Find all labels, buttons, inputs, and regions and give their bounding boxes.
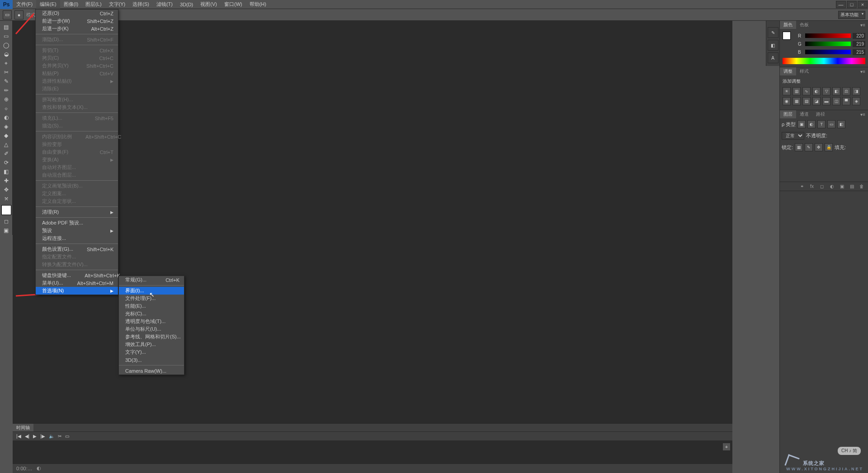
menu-item[interactable]: 清理(R)▶	[36, 208, 118, 216]
history-brush-tool[interactable]: ⟐	[1, 104, 12, 113]
adj-threshold-icon[interactable]: ◫	[832, 97, 840, 105]
delete-layer-icon[interactable]: 🗑	[858, 183, 865, 190]
menu-item[interactable]: 首选项(N)▶	[36, 287, 118, 295]
shape-tool[interactable]: ✚	[1, 176, 12, 185]
panel-menu-icon[interactable]: ▾≡	[858, 69, 868, 74]
color-ramp[interactable]	[783, 58, 865, 64]
lasso-tool[interactable]: ◯	[1, 41, 12, 50]
menu-item[interactable]: Adobe PDF 预设...	[36, 219, 118, 227]
new-group-icon[interactable]: ▣	[838, 183, 845, 190]
menu-3d[interactable]: 3D(D)	[176, 0, 197, 9]
menu-item[interactable]: 远程连接...	[36, 234, 118, 242]
quick-select-tool[interactable]: ◒	[1, 50, 12, 59]
menu-item[interactable]: 性能(E)...	[119, 302, 184, 310]
fg-bg-swatch[interactable]	[783, 32, 794, 43]
b-slider[interactable]	[805, 50, 851, 54]
adj-brightness-icon[interactable]: ☀	[783, 87, 791, 95]
new-fill-icon[interactable]: ◐	[828, 183, 835, 190]
tool-preset-icon[interactable]: ▭	[3, 10, 12, 19]
menu-filter[interactable]: 滤镜(T)	[153, 0, 176, 9]
filter-pixel-icon[interactable]: ▣	[797, 120, 806, 128]
menu-item[interactable]: 菜单(U)...Alt+Shift+Ctrl+M	[36, 279, 118, 287]
dock-properties-icon[interactable]: ◧	[768, 40, 778, 51]
eraser-tool[interactable]: ◐	[1, 113, 12, 122]
adj-exposure-icon[interactable]: ◐	[812, 87, 821, 95]
cut-icon[interactable]: ✂	[58, 434, 61, 439]
marquee-tool[interactable]: ▭	[1, 32, 12, 41]
dock-character-icon[interactable]: A	[768, 52, 778, 63]
menu-item[interactable]: 3D(3)...	[119, 356, 184, 364]
play-icon[interactable]: ▶	[33, 434, 37, 439]
menu-item[interactable]: 键盘快捷键...Alt+Shift+Ctrl+K	[36, 272, 118, 279]
panel-menu-icon[interactable]: ▾≡	[858, 23, 868, 28]
tab-channels[interactable]: 通道	[796, 110, 812, 118]
menu-view[interactable]: 视图(V)	[197, 0, 221, 9]
adj-poster-icon[interactable]: ▬	[822, 97, 830, 105]
menu-item[interactable]: 常规(G)...Ctrl+K	[119, 276, 184, 284]
filter-smart-icon[interactable]: ◧	[837, 120, 845, 128]
stamp-tool[interactable]: ⊕	[1, 95, 12, 104]
brush-tool[interactable]: ✏	[1, 86, 12, 95]
menu-item[interactable]: 文件处理(F)...	[119, 295, 184, 302]
adj-bw-icon[interactable]: ◨	[852, 87, 860, 95]
timeline-track[interactable]: +	[13, 441, 732, 464]
menu-layer[interactable]: 图层(L)	[82, 0, 105, 9]
menu-item[interactable]: 颜色设置(G)...Shift+Ctrl+K	[36, 245, 118, 253]
layer-style-icon[interactable]: fx	[808, 183, 816, 190]
workspace-select[interactable]: 基本功能	[838, 11, 865, 19]
adj-levels-icon[interactable]: ▥	[793, 87, 801, 95]
r-slider[interactable]	[805, 33, 851, 38]
menu-item[interactable]: 后退一步(K)Alt+Ctrl+Z	[36, 25, 118, 33]
filter-adjust-icon[interactable]: ◐	[807, 120, 816, 128]
color-swatches[interactable]	[1, 205, 11, 215]
tab-adjustments[interactable]: 调整	[780, 67, 796, 75]
menu-item[interactable]: 光标(C)...	[119, 310, 184, 318]
first-frame-icon[interactable]: |◀	[16, 434, 21, 439]
lock-move-icon[interactable]: ✥	[815, 143, 823, 151]
lock-paint-icon[interactable]: ✎	[805, 143, 813, 151]
menu-item[interactable]: 还原(O)Ctrl+Z	[36, 9, 118, 17]
adj-mixer-icon[interactable]: ▦	[793, 97, 801, 105]
layer-mask-icon[interactable]: ◻	[818, 183, 826, 190]
lock-transparent-icon[interactable]: ▦	[795, 143, 803, 151]
new-layer-icon[interactable]: ▤	[848, 183, 855, 190]
panel-menu-icon[interactable]: ▾≡	[858, 112, 868, 117]
blend-mode-select[interactable]: 正常	[782, 132, 804, 140]
quickmask-tool[interactable]: ◻	[1, 217, 12, 226]
dodge-tool[interactable]: △	[1, 140, 12, 149]
type-tool[interactable]: ⟳	[1, 158, 12, 167]
pen-tool[interactable]: ✐	[1, 149, 12, 158]
menu-type[interactable]: 文字(Y)	[105, 0, 129, 9]
g-value[interactable]: 219	[853, 41, 865, 47]
transition-icon[interactable]: ▭	[65, 434, 69, 439]
menu-file[interactable]: 文件(F)	[13, 0, 36, 9]
path-select-tool[interactable]: ◧	[1, 167, 12, 176]
menu-image[interactable]: 图像(I)	[60, 0, 82, 9]
filter-type-icon[interactable]: T	[817, 120, 826, 128]
adj-photo-icon[interactable]: ◉	[783, 97, 791, 105]
menu-edit[interactable]: 编辑(E)	[36, 0, 60, 9]
menu-select[interactable]: 选择(S)	[129, 0, 153, 9]
maximize-button[interactable]: □	[847, 1, 857, 8]
minimize-button[interactable]: —	[836, 1, 846, 8]
prev-frame-icon[interactable]: ◀|	[25, 434, 30, 439]
screenmode-tool[interactable]: ▣	[1, 226, 12, 235]
tab-swatches[interactable]: 色板	[796, 21, 812, 29]
canvas[interactable]	[13, 21, 732, 473]
zoom-tool[interactable]: ⤧	[1, 194, 12, 203]
adj-curves-icon[interactable]: ∿	[802, 87, 811, 95]
adj-selective-icon[interactable]: ◈	[852, 97, 860, 105]
menu-item[interactable]: 增效工具(P)...	[119, 341, 184, 348]
add-media-button[interactable]: +	[722, 443, 731, 451]
adj-lookup-icon[interactable]: ▤	[802, 97, 811, 105]
b-value[interactable]: 215	[853, 49, 865, 55]
dock-history-icon[interactable]: ✎	[768, 27, 778, 38]
audio-icon[interactable]: 🔈	[49, 434, 54, 439]
adj-hue-icon[interactable]: ◧	[832, 87, 840, 95]
menu-item[interactable]: Camera Raw(W)...	[119, 367, 184, 375]
adj-balance-icon[interactable]: ⚖	[842, 87, 850, 95]
filter-shape-icon[interactable]: ▭	[827, 120, 835, 128]
tab-paths[interactable]: 路径	[812, 110, 829, 118]
adj-vibrance-icon[interactable]: ▽	[822, 87, 830, 95]
g-slider[interactable]	[805, 42, 851, 46]
